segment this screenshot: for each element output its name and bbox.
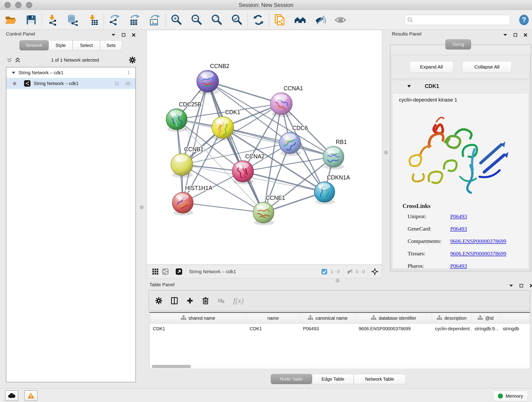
network-node-CCNE1[interactable] [253, 202, 274, 225]
column-header-canonical-name[interactable]: canonical name [300, 313, 355, 324]
bottom-splitter-handle[interactable] [336, 279, 340, 283]
column-header-database-identifier[interactable]: database identifier [355, 313, 432, 324]
collapse-all-button[interactable]: Collapse All [462, 61, 512, 73]
table-cell[interactable]: cyclin-dependent ... [432, 324, 472, 334]
table-cell[interactable]: stringdb:9... [472, 324, 500, 334]
hide-unhide-button[interactable] [310, 12, 330, 27]
column-header-description[interactable]: description [432, 313, 472, 324]
expand-all-networks-icon[interactable] [14, 57, 21, 63]
grid-view-icon[interactable] [152, 269, 159, 274]
crosslink-link[interactable]: P06493 [450, 213, 467, 220]
panel-close-icon[interactable] [528, 283, 532, 288]
column-header-shared-name[interactable]: shared name [150, 313, 247, 324]
column-header-namespace[interactable]: namespace [500, 313, 530, 324]
table-settings-gear-icon[interactable] [155, 298, 162, 303]
network-node-CDKN1A[interactable] [314, 182, 335, 204]
show-eye-button[interactable] [330, 12, 351, 27]
expand-all-button[interactable]: Expand All [409, 61, 453, 73]
selected-checkbox-icon[interactable] [321, 269, 328, 274]
table-cell[interactable]: stringdb [500, 324, 530, 334]
section-expander-icon[interactable] [407, 85, 411, 88]
panel-float-icon[interactable] [512, 32, 519, 38]
zoom-in-button[interactable] [166, 12, 186, 27]
delete-column-trash-icon[interactable] [202, 298, 209, 303]
memory-button[interactable]: Memory [493, 391, 528, 401]
refresh-view-button[interactable] [248, 12, 268, 27]
tab-sets[interactable]: Sets [100, 40, 122, 51]
export-network-button[interactable] [104, 12, 125, 27]
tab-string[interactable]: String [445, 39, 471, 50]
network-node-CCNA2[interactable] [232, 161, 254, 185]
panel-float-icon[interactable] [518, 283, 525, 288]
tab-node-table[interactable]: Node Table [271, 374, 312, 384]
zoom-out-button[interactable] [186, 12, 207, 27]
zoom-fit-button[interactable] [207, 12, 227, 27]
table-horizontal-scrollbar[interactable] [150, 364, 528, 369]
save-session-button[interactable] [21, 12, 41, 27]
panel-menu-icon[interactable] [110, 32, 117, 38]
crosslink-link[interactable]: 9606.ENSP00000378699 [450, 238, 506, 244]
network-edge-HIST1H1A-CCNE1[interactable] [183, 203, 264, 213]
collapse-all-networks-icon[interactable] [6, 57, 13, 63]
protein-section-header[interactable]: CDK1 [391, 80, 530, 92]
network-node-CDC25B[interactable] [166, 109, 187, 132]
collection-expander-icon[interactable] [12, 71, 15, 74]
network-edge-CDK1-RB1[interactable] [223, 128, 333, 157]
network-node-CCNB2[interactable] [197, 70, 219, 95]
table-cell[interactable]: CDK1 [247, 324, 300, 334]
column-header--id[interactable]: @id [472, 313, 500, 324]
panel-close-icon[interactable] [522, 32, 529, 38]
help-button[interactable]: ? [516, 12, 532, 27]
global-search-box[interactable] [405, 15, 510, 25]
birdseye-view-icon[interactable] [176, 269, 182, 274]
search-input[interactable] [413, 17, 507, 23]
panel-close-icon[interactable] [130, 32, 137, 38]
network-row-selected[interactable]: String Network – cdk1 11 48 [6, 78, 135, 89]
overview-windows-button[interactable] [290, 12, 310, 27]
network-node-RB1[interactable] [323, 146, 344, 169]
network-edge-CCNB2-CCNA1[interactable] [208, 81, 281, 104]
column-header-name[interactable]: name [247, 313, 300, 324]
export-image-button[interactable] [145, 12, 165, 27]
tab-style[interactable]: Style [49, 40, 73, 51]
tab-edge-table[interactable]: Edge Table [312, 374, 354, 384]
right-splitter-handle[interactable] [384, 151, 388, 154]
crosslink-link[interactable]: P06493 [450, 226, 467, 232]
warnings-button[interactable] [24, 390, 38, 401]
zoom-selected-button[interactable] [227, 12, 247, 27]
crosslink-link[interactable]: 9606.ENSP00000378699 [450, 250, 506, 257]
panel-float-icon[interactable] [120, 32, 127, 38]
network-collection-row[interactable]: String Network – cdk1 1 [6, 67, 135, 78]
table-cell[interactable]: CDK1 [150, 324, 247, 334]
tab-network-table[interactable]: Network Table [354, 374, 405, 384]
table-cell[interactable]: P06493 [300, 324, 355, 334]
import-table-file-button[interactable] [83, 12, 103, 27]
crosshair-pan-icon[interactable] [371, 269, 378, 274]
cloud-status-button[interactable] [5, 390, 18, 401]
table-cell[interactable]: 9606.ENSP00000378699 [355, 324, 432, 334]
network-node-CDK1[interactable] [212, 116, 234, 141]
panel-menu-icon[interactable] [502, 32, 509, 38]
tab-network[interactable]: Network [19, 40, 49, 51]
left-splitter-handle[interactable] [140, 205, 144, 209]
string-copy-network-button[interactable] [270, 12, 290, 27]
panel-menu-icon[interactable] [508, 283, 515, 288]
import-network-database-button[interactable] [63, 12, 83, 27]
network-options-gear-icon[interactable] [129, 57, 136, 63]
tab-select[interactable]: Select [73, 40, 100, 51]
export-table-button[interactable] [125, 12, 145, 27]
network-node-HIST1H1A[interactable] [172, 192, 194, 216]
network-node-CCNB1[interactable] [171, 153, 193, 178]
network-canvas[interactable]: CCNB2CCNA1CDC25BCDK1CDC6RB1CCNB1CCNA2CDK… [147, 30, 382, 265]
crosslink-link[interactable]: P06493 [450, 263, 467, 269]
open-file-button[interactable] [0, 12, 21, 27]
share-view-icon[interactable] [162, 269, 169, 274]
table-row[interactable]: CDK1CDK1P064939606.ENSP00000378699cyclin… [150, 324, 530, 334]
import-network-file-button[interactable] [43, 12, 63, 27]
scrollbar-thumb[interactable] [152, 365, 191, 368]
show-columns-icon[interactable] [171, 298, 178, 303]
network-edge-CCNB2-CCNE1[interactable] [208, 81, 264, 213]
network-node-CCNA1[interactable] [270, 93, 292, 117]
add-column-icon[interactable] [186, 298, 193, 303]
network-node-CDC6[interactable] [279, 132, 301, 156]
